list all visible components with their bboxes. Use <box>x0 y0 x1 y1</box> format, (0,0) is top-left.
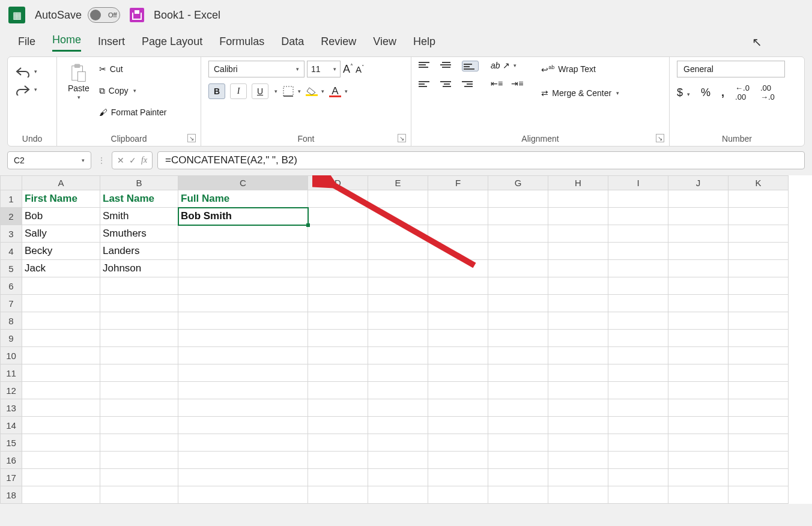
cell[interactable] <box>100 277 178 295</box>
orientation-button[interactable]: ab↗▾ <box>491 61 523 70</box>
font-color-button[interactable]: A▾ <box>329 85 348 97</box>
cell[interactable] <box>608 260 668 277</box>
cell[interactable] <box>368 417 428 434</box>
cell[interactable] <box>308 364 368 382</box>
cell[interactable] <box>608 399 668 417</box>
cell[interactable] <box>308 417 368 434</box>
cell[interactable] <box>178 347 308 364</box>
cell[interactable] <box>308 469 368 486</box>
cell[interactable] <box>22 399 100 417</box>
cell[interactable]: Becky <box>22 243 100 260</box>
cell[interactable] <box>668 295 729 312</box>
cell[interactable] <box>368 208 428 225</box>
cell[interactable] <box>608 486 668 504</box>
cell[interactable] <box>178 486 308 504</box>
cell[interactable] <box>22 364 100 382</box>
cell[interactable] <box>668 434 729 452</box>
cell[interactable] <box>100 364 178 382</box>
cell[interactable] <box>729 452 789 469</box>
cell[interactable]: Landers <box>100 243 178 260</box>
cell[interactable] <box>428 469 488 486</box>
cell[interactable] <box>608 312 668 330</box>
cell[interactable] <box>668 382 729 399</box>
column-header[interactable]: J <box>668 176 729 190</box>
cut-button[interactable]: ✂Cut <box>97 61 169 77</box>
cell[interactable] <box>428 399 488 417</box>
cell[interactable]: First Name <box>22 190 100 208</box>
cell[interactable] <box>308 243 368 260</box>
cell[interactable] <box>368 486 428 504</box>
bold-button[interactable]: B <box>208 83 225 99</box>
wrap-text-button[interactable]: ↩abWrap Text <box>539 61 622 77</box>
cell[interactable] <box>729 208 789 225</box>
cell[interactable] <box>488 486 548 504</box>
cell[interactable] <box>100 347 178 364</box>
column-header[interactable]: C <box>178 176 308 190</box>
cell[interactable] <box>668 330 729 347</box>
cell[interactable]: Johnson <box>100 260 178 277</box>
cell[interactable] <box>308 208 368 225</box>
name-box[interactable]: C2▾ <box>7 151 91 169</box>
cell[interactable] <box>608 225 668 243</box>
cell[interactable] <box>178 312 308 330</box>
fill-handle[interactable] <box>306 223 310 227</box>
tab-home[interactable]: Home <box>52 34 81 52</box>
cell[interactable] <box>548 364 608 382</box>
increase-font-button[interactable]: A˄ <box>343 63 353 76</box>
cell[interactable] <box>668 190 729 208</box>
cell[interactable] <box>488 312 548 330</box>
cell[interactable]: Smuthers <box>100 225 178 243</box>
cell[interactable] <box>488 208 548 225</box>
cell[interactable] <box>608 364 668 382</box>
cell[interactable] <box>178 417 308 434</box>
select-all-corner[interactable] <box>1 176 22 190</box>
cell[interactable] <box>178 452 308 469</box>
cell[interactable] <box>178 243 308 260</box>
cell[interactable] <box>548 208 608 225</box>
row-header[interactable]: 12 <box>1 382 22 399</box>
cell[interactable]: Full Name <box>178 190 308 208</box>
tab-file[interactable]: File <box>18 35 35 52</box>
cell[interactable] <box>308 295 368 312</box>
cell[interactable] <box>608 208 668 225</box>
cell[interactable] <box>368 312 428 330</box>
align-top-button[interactable] <box>419 61 432 71</box>
tab-help[interactable]: Help <box>413 35 435 52</box>
cell[interactable] <box>100 382 178 399</box>
italic-button[interactable]: I <box>230 83 247 99</box>
cell[interactable] <box>548 243 608 260</box>
cell[interactable] <box>608 452 668 469</box>
cell[interactable] <box>488 452 548 469</box>
decrease-indent-button[interactable]: ⇤≡ <box>491 79 503 88</box>
cell[interactable] <box>729 364 789 382</box>
cell[interactable] <box>308 330 368 347</box>
row-header[interactable]: 17 <box>1 469 22 486</box>
cell[interactable] <box>22 486 100 504</box>
cell[interactable] <box>668 312 729 330</box>
cell[interactable] <box>548 469 608 486</box>
cell[interactable] <box>608 347 668 364</box>
cell[interactable] <box>100 399 178 417</box>
row-header[interactable]: 18 <box>1 486 22 504</box>
cell[interactable] <box>548 399 608 417</box>
row-header[interactable]: 15 <box>1 434 22 452</box>
cell[interactable] <box>729 190 789 208</box>
number-format-select[interactable]: General <box>677 61 785 77</box>
accounting-format-button[interactable]: $ ▾ <box>677 86 690 99</box>
cell[interactable] <box>22 330 100 347</box>
row-header[interactable]: 1 <box>1 190 22 208</box>
row-header[interactable]: 4 <box>1 243 22 260</box>
row-header[interactable]: 11 <box>1 364 22 382</box>
merge-center-button[interactable]: ⇄Merge & Center▾ <box>539 85 622 101</box>
cell[interactable] <box>368 277 428 295</box>
cell[interactable]: Last Name <box>100 190 178 208</box>
cell[interactable] <box>548 486 608 504</box>
cell[interactable] <box>608 434 668 452</box>
cell[interactable] <box>608 277 668 295</box>
row-header[interactable]: 5 <box>1 260 22 277</box>
undo-button[interactable]: ▾ <box>15 65 37 77</box>
cell[interactable] <box>548 260 608 277</box>
cell[interactable]: Jack <box>22 260 100 277</box>
tab-review[interactable]: Review <box>321 35 356 52</box>
cell[interactable] <box>100 452 178 469</box>
